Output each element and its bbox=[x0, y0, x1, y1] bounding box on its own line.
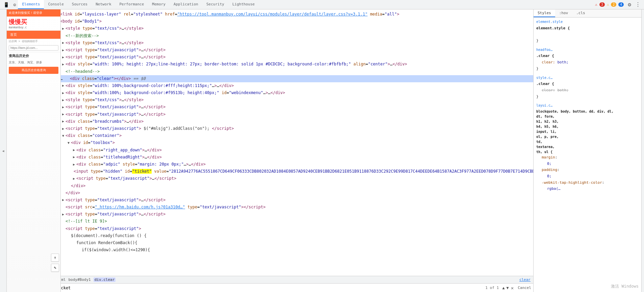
dom-line[interactable]: ▶ <script type="text/javascript">…</scri… bbox=[54, 197, 533, 204]
style-source-stylec[interactable]: style.c… bbox=[536, 75, 639, 81]
dom-toggle[interactable]: ▶ bbox=[72, 154, 76, 160]
dom-toggle[interactable]: ▶ bbox=[61, 112, 66, 117]
wp-edit-icon[interactable]: ✎ bbox=[51, 264, 59, 272]
dom-line[interactable]: ▶ <style type="text/css">…</style> bbox=[54, 96, 533, 104]
dom-toggle[interactable]: ▶ bbox=[61, 83, 66, 88]
dom-line[interactable]: ▼ <div id="toolbox"> bbox=[54, 139, 533, 146]
dom-toggle[interactable] bbox=[61, 190, 66, 196]
search-next-btn[interactable]: ▼ bbox=[506, 286, 510, 290]
right-scrollbar[interactable] bbox=[641, 9, 644, 292]
dom-line[interactable]: ▶ <script type="text/javascript">…</scri… bbox=[54, 47, 533, 54]
dom-toggle[interactable]: ▼ bbox=[61, 133, 66, 139]
tab-elements[interactable]: Elements bbox=[18, 0, 44, 9]
dom-toggle[interactable]: ▶ bbox=[61, 55, 66, 60]
styles-tab-cls[interactable]: .cls bbox=[572, 9, 589, 17]
search-close-icon[interactable]: ✕ bbox=[510, 285, 515, 291]
search-prev-btn[interactable]: ▲ bbox=[501, 286, 506, 290]
dom-line[interactable]: ▶ <script type="text/javascript"> $("#ml… bbox=[54, 125, 533, 132]
style-source[interactable]: element.style bbox=[536, 19, 639, 25]
style-source-headfoo[interactable]: headfoo… bbox=[536, 47, 639, 53]
dom-toggle[interactable]: ▶ bbox=[61, 97, 66, 103]
wp-up-icon[interactable]: ↑ bbox=[51, 254, 59, 262]
dom-line[interactable]: ▶ <div style="width: 100%;background-col… bbox=[54, 82, 533, 89]
tab-application[interactable]: Application bbox=[170, 0, 202, 9]
style-source-layui[interactable]: layui.c… bbox=[536, 103, 639, 109]
dom-toggle[interactable]: ▶ bbox=[61, 119, 66, 124]
styles-tab-hov[interactable]: :hov bbox=[555, 9, 572, 17]
styles-content[interactable]: element.style element.style { } headfoo…… bbox=[534, 18, 641, 281]
wp-search[interactable] bbox=[7, 44, 60, 52]
dom-line[interactable]: $(document).ready(function () { bbox=[54, 232, 533, 239]
wp-nav-item[interactable]: 首页 bbox=[9, 32, 18, 38]
dom-line[interactable]: if($(window).width()<=1290){ bbox=[54, 246, 533, 254]
dom-line[interactable]: ▶ <script type="text/javascript">…</scri… bbox=[54, 175, 533, 182]
wp-query-button[interactable]: 商品历史价格查询 bbox=[9, 67, 58, 74]
dom-toggle[interactable]: ▶ bbox=[72, 162, 76, 167]
tab-lighthouse[interactable]: Lighthouse bbox=[228, 0, 259, 9]
dom-line[interactable]: ▼ <body id="Body1"> bbox=[54, 18, 533, 25]
dom-toggle[interactable] bbox=[66, 183, 71, 188]
dom-toggle[interactable] bbox=[61, 69, 66, 74]
dom-line[interactable]: </div> bbox=[54, 189, 533, 197]
search-input[interactable] bbox=[56, 286, 485, 290]
dom-line[interactable]: ▶ <style type="text/css">…</style> bbox=[54, 25, 533, 32]
breadcrumb-div-clear[interactable]: div.clear bbox=[94, 278, 116, 282]
dom-toggle[interactable]: ▶ bbox=[72, 176, 76, 181]
dom-line[interactable]: <!--新的搜索--> bbox=[54, 32, 533, 39]
dom-line-selected[interactable]: … <div class="clear"></div> == $0 bbox=[54, 75, 533, 82]
more-icon[interactable]: ⋮ bbox=[633, 1, 643, 8]
dom-toggle[interactable] bbox=[61, 219, 66, 224]
wp-search-input[interactable] bbox=[9, 45, 58, 51]
dom-toggle[interactable]: ▶ bbox=[61, 40, 66, 46]
dom-toggle[interactable]: ▶ bbox=[61, 62, 66, 67]
dom-toggle[interactable]: ▶ bbox=[72, 147, 76, 153]
tab-performance[interactable]: Performance bbox=[115, 0, 148, 9]
dom-toggle[interactable] bbox=[61, 205, 66, 210]
tab-network[interactable]: Network bbox=[92, 0, 115, 9]
dom-toggle[interactable]: ▶ bbox=[61, 197, 66, 203]
breadcrumb-body[interactable]: body#Body1 bbox=[69, 278, 91, 282]
dom-line[interactable]: ▶ <script type="text/javascript">…</scri… bbox=[54, 111, 533, 118]
dom-toggle[interactable]: ▶ bbox=[61, 48, 66, 53]
cursor-icon[interactable]: ⊙ bbox=[11, 2, 18, 7]
dom-toggle[interactable] bbox=[77, 247, 82, 253]
dom-line[interactable]: ▶ <div class="breadcrumbs">…</div> bbox=[54, 118, 533, 125]
left-collapse-btn[interactable]: ◀ bbox=[0, 9, 7, 292]
dom-toggle[interactable]: ▶ bbox=[61, 212, 66, 217]
dom-toggle[interactable]: ▶ bbox=[61, 126, 66, 132]
dom-toggle[interactable]: ▶ bbox=[61, 105, 66, 110]
settings-icon[interactable]: ⚙ bbox=[626, 1, 633, 8]
dom-line[interactable]: ▶ <div class="titleheadRight">…</div> bbox=[54, 154, 533, 161]
tab-console[interactable]: Console bbox=[44, 0, 68, 9]
dom-line[interactable]: <script src="_https://hm.baidu.com/h.js?… bbox=[54, 204, 533, 211]
tab-security[interactable]: Security bbox=[202, 0, 228, 9]
dom-toggle[interactable] bbox=[61, 226, 66, 231]
dom-toggle[interactable] bbox=[72, 240, 76, 246]
dom-toggle[interactable]: ▶ bbox=[61, 90, 66, 96]
dom-line[interactable]: </div> bbox=[54, 182, 533, 189]
dom-toggle[interactable]: ▼ bbox=[66, 140, 71, 146]
dom-line[interactable]: ▶ <script type="text/javascript">…</scri… bbox=[54, 104, 533, 111]
tab-sources[interactable]: Sources bbox=[68, 0, 92, 9]
device-icon[interactable]: 📱 bbox=[1, 2, 11, 7]
dom-tree[interactable]: <link id="layuicss-layer" rel="styleshee… bbox=[54, 9, 533, 276]
dom-toggle[interactable] bbox=[66, 233, 71, 238]
dom-toggle[interactable] bbox=[61, 33, 66, 38]
dom-line[interactable]: ▶ <script type="text/javascript">…</scri… bbox=[54, 211, 533, 218]
search-cancel-btn[interactable]: Cancel bbox=[518, 286, 531, 290]
dom-line[interactable]: function RenderComBack(){ bbox=[54, 239, 533, 246]
dom-line[interactable]: <script type="text/javascript"> bbox=[54, 225, 533, 232]
breadcrumb-clear-btn[interactable]: clear bbox=[519, 278, 531, 282]
dom-line[interactable]: <!--[if lt IE 9]> bbox=[54, 218, 533, 225]
dom-line-ticket[interactable]: <input type="hidden" id="ticket" value="… bbox=[54, 168, 533, 175]
dom-line[interactable]: ▶ <div class="right_app_down">…</div> bbox=[54, 147, 533, 154]
dom-line[interactable]: ▶ <style type="text/css">…</style> bbox=[54, 39, 533, 47]
dom-line[interactable]: ▼ <div class="container"> bbox=[54, 132, 533, 139]
dom-line[interactable]: ▶ <div style="width: 100%; height: 27px;… bbox=[54, 61, 533, 68]
dom-line[interactable]: <!--headend--> bbox=[54, 68, 533, 75]
dom-line[interactable]: <link id="layuicss-layer" rel="styleshee… bbox=[54, 11, 533, 18]
tab-memory[interactable]: Memory bbox=[148, 0, 170, 9]
styles-tab-styles[interactable]: Styles bbox=[534, 9, 555, 17]
dom-toggle[interactable]: ▶ bbox=[61, 26, 66, 31]
dom-line[interactable]: ▶ <div class="adpic" style="margin: 20px… bbox=[54, 161, 533, 168]
